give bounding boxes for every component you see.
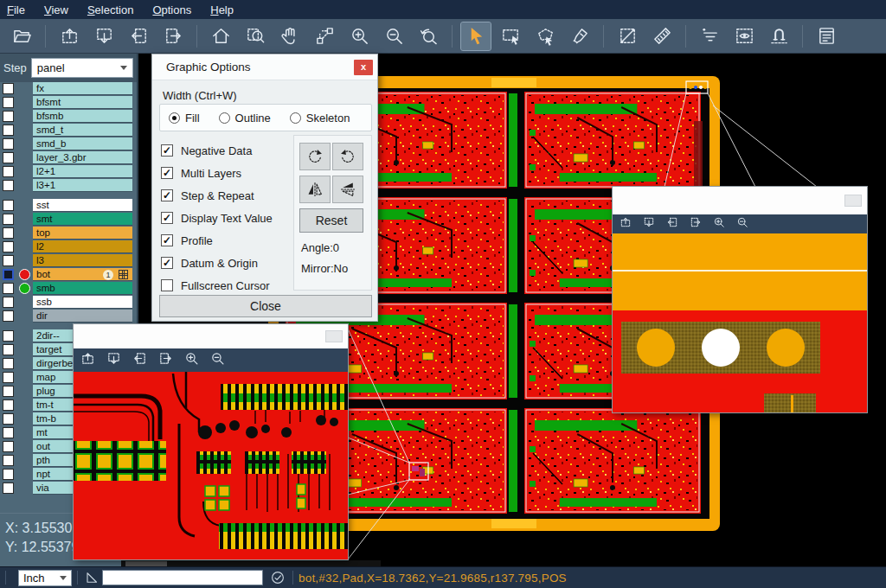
node-move-button[interactable] xyxy=(310,22,339,50)
layer-checkbox[interactable] xyxy=(3,138,14,150)
pan-up-button[interactable] xyxy=(620,216,632,232)
layer-row-l3+1[interactable]: l3+1 xyxy=(0,179,137,193)
menu-selection[interactable]: Selection xyxy=(87,3,133,16)
minimize-icon[interactable] xyxy=(844,195,862,207)
layer-checkbox[interactable] xyxy=(3,180,14,191)
layer-checkbox[interactable] xyxy=(3,283,14,294)
layer-row-top[interactable]: top xyxy=(0,227,137,240)
zoom-window-button[interactable] xyxy=(241,22,270,50)
mirror-horizontal-button[interactable] xyxy=(299,176,331,203)
radio-skeleton[interactable]: Skeleton xyxy=(290,112,350,125)
menu-file[interactable]: File xyxy=(7,3,25,16)
measure-diagonal-button[interactable] xyxy=(613,22,642,50)
cursor-tool-button[interactable] xyxy=(461,22,491,50)
pan-up-button[interactable] xyxy=(80,351,95,369)
checkbox-box[interactable]: ✓ xyxy=(161,167,173,179)
layer-checkbox[interactable] xyxy=(3,97,14,108)
layer-row-smt[interactable]: smt xyxy=(0,213,137,227)
layer-row-sst[interactable]: sst xyxy=(0,199,137,213)
layer-checkbox[interactable] xyxy=(3,427,14,438)
layer-checkbox[interactable] xyxy=(3,83,14,94)
layer-checkbox[interactable] xyxy=(3,399,14,411)
unit-select[interactable]: Inch xyxy=(18,570,72,586)
magnifier-2-titlebar[interactable] xyxy=(613,187,867,214)
radio-dot[interactable] xyxy=(219,112,230,124)
layer-checkbox[interactable] xyxy=(3,358,14,369)
layer-checkbox[interactable] xyxy=(3,386,14,397)
layer-row-layer_3.gbr[interactable]: layer_3.gbr xyxy=(0,151,137,165)
layer-checkbox[interactable] xyxy=(3,241,14,252)
pan-right-button[interactable] xyxy=(158,22,188,50)
zoom-in-button[interactable] xyxy=(713,216,725,232)
report-button[interactable] xyxy=(812,22,841,50)
brush-tool-button[interactable] xyxy=(565,22,594,50)
pan-left-button[interactable] xyxy=(132,351,147,369)
layer-checkbox[interactable] xyxy=(3,214,14,225)
minimize-icon[interactable] xyxy=(325,330,343,342)
reset-button[interactable]: Reset xyxy=(299,208,363,233)
checkbox-box[interactable]: ✓ xyxy=(161,144,173,157)
checkbox-profile[interactable]: ✓Profile xyxy=(161,229,273,252)
layer-checkbox[interactable] xyxy=(3,483,14,494)
radio-fill[interactable]: Fill xyxy=(169,112,200,125)
confirm-check-icon[interactable] xyxy=(270,570,286,585)
radio-outline[interactable]: Outline xyxy=(219,112,271,125)
layer-checkbox[interactable] xyxy=(3,330,14,342)
layer-checkbox[interactable] xyxy=(3,269,14,280)
layer-row-bfsmb[interactable]: bfsmb xyxy=(0,110,137,124)
rotate-cw-button[interactable] xyxy=(299,143,331,170)
layer-row-l3[interactable]: l3 xyxy=(0,254,137,268)
layer-row-fx[interactable]: fx xyxy=(0,82,137,96)
pan-hand-button[interactable] xyxy=(275,22,305,50)
layer-checkbox[interactable] xyxy=(3,200,14,211)
pan-right-button[interactable] xyxy=(690,216,702,232)
rect-select-button[interactable] xyxy=(496,22,525,50)
view-options-button[interactable] xyxy=(729,22,759,50)
ruler-button[interactable] xyxy=(647,22,677,50)
mirror-vertical-button[interactable] xyxy=(332,176,363,203)
pan-left-button[interactable] xyxy=(666,216,678,232)
layer-checkbox[interactable] xyxy=(3,310,14,322)
menu-help[interactable]: Help xyxy=(210,3,234,16)
checkbox-box[interactable]: ✓ xyxy=(161,257,173,269)
home-view-button[interactable] xyxy=(206,22,235,50)
layer-checkbox[interactable] xyxy=(3,152,14,163)
pan-down-button[interactable] xyxy=(89,22,119,50)
magnifier-1-titlebar[interactable] xyxy=(74,324,348,348)
layer-checkbox[interactable] xyxy=(3,166,14,177)
snap-button[interactable] xyxy=(764,22,793,50)
layer-row-dir[interactable]: dir xyxy=(0,310,137,323)
layer-checkbox[interactable] xyxy=(3,111,14,122)
corner-angle-icon[interactable] xyxy=(85,570,100,585)
layer-checkbox[interactable] xyxy=(3,297,14,308)
pan-down-button[interactable] xyxy=(106,351,121,369)
layer-row-bot[interactable]: bot1 xyxy=(0,268,137,282)
poly-select-button[interactable] xyxy=(530,22,560,50)
close-icon[interactable]: x xyxy=(354,60,373,75)
layer-row-ssb[interactable]: ssb xyxy=(0,296,137,310)
checkbox-display-text-value[interactable]: ✓Display Text Value xyxy=(161,207,273,229)
magnifier-1-view[interactable] xyxy=(74,372,348,559)
layer-checkbox[interactable] xyxy=(3,344,14,355)
layer-row-smb[interactable]: smb xyxy=(0,282,137,296)
checkbox-box[interactable]: ✓ xyxy=(161,189,173,201)
zoom-out-button[interactable] xyxy=(379,22,408,50)
zoom-out-button[interactable] xyxy=(210,351,225,369)
checkbox-box[interactable]: ✓ xyxy=(161,212,173,224)
layer-checkbox[interactable] xyxy=(3,125,14,136)
step-select[interactable]: panel xyxy=(31,58,133,78)
layer-row-smd_b[interactable]: smd_b xyxy=(0,137,137,151)
pan-up-button[interactable] xyxy=(55,22,84,50)
layer-checkbox[interactable] xyxy=(3,441,14,452)
layer-row-bfsmt[interactable]: bfsmt xyxy=(0,96,137,110)
layer-checkbox[interactable] xyxy=(3,227,14,239)
filter-button[interactable] xyxy=(695,22,724,50)
menu-view[interactable]: View xyxy=(44,3,68,16)
radio-dot[interactable] xyxy=(290,112,301,124)
pan-right-button[interactable] xyxy=(158,351,173,369)
magnifier-2-view[interactable] xyxy=(613,233,867,412)
layer-checkbox[interactable] xyxy=(3,469,14,480)
pan-left-button[interactable] xyxy=(124,22,153,50)
checkbox-box[interactable]: ✓ xyxy=(161,234,173,246)
pan-down-button[interactable] xyxy=(643,216,655,232)
